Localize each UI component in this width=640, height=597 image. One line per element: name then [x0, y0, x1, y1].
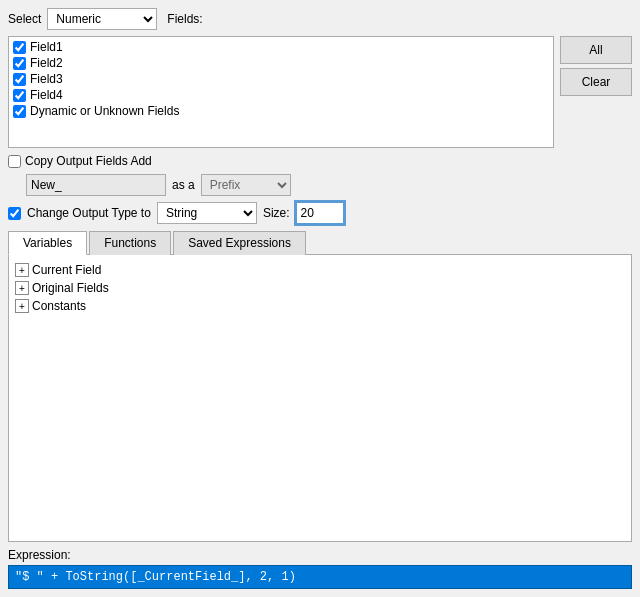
tab-content-variables: + Current Field + Original Fields + Cons…: [8, 255, 632, 542]
field1-checkbox[interactable]: [13, 41, 26, 54]
main-container: Select Numeric Fields: Field1 Field2 Fie…: [0, 0, 640, 597]
tree-item-constants: + Constants: [15, 297, 625, 315]
dynamic-fields-checkbox[interactable]: [13, 105, 26, 118]
expander-current-field[interactable]: +: [15, 263, 29, 277]
tab-saved-expressions-label: Saved Expressions: [188, 236, 291, 250]
select-label: Select: [8, 12, 41, 26]
field4-checkbox[interactable]: [13, 89, 26, 102]
field2-checkbox[interactable]: [13, 57, 26, 70]
output-type-select[interactable]: String Numeric Date: [157, 202, 257, 224]
expression-label: Expression:: [8, 548, 632, 562]
select-dropdown[interactable]: Numeric: [47, 8, 157, 30]
copy-output-checkbox[interactable]: [8, 155, 21, 168]
output-type-row: Change Output Type to String Numeric Dat…: [8, 202, 632, 224]
copy-output-row: Copy Output Fields Add: [8, 154, 632, 168]
field1-label: Field1: [30, 40, 63, 54]
clear-button[interactable]: Clear: [560, 68, 632, 96]
output-type-label: Change Output Type to: [27, 206, 151, 220]
expression-box[interactable]: "$ " + ToString([_CurrentField_], 2, 1): [8, 565, 632, 589]
copy-output-label: Copy Output Fields Add: [25, 154, 152, 168]
new-prefix-input[interactable]: New_: [26, 174, 166, 196]
prefix-row: New_ as a Prefix Suffix: [8, 174, 632, 196]
dynamic-fields-label: Dynamic or Unknown Fields: [30, 104, 179, 118]
list-item: Field1: [13, 39, 549, 55]
fields-list[interactable]: Field1 Field2 Field3 Field4 Dynamic or U…: [9, 37, 553, 147]
tab-saved-expressions[interactable]: Saved Expressions: [173, 231, 306, 255]
tab-functions[interactable]: Functions: [89, 231, 171, 255]
list-item: Field4: [13, 87, 549, 103]
field3-checkbox[interactable]: [13, 73, 26, 86]
expander-original-fields[interactable]: +: [15, 281, 29, 295]
tab-variables[interactable]: Variables: [8, 231, 87, 255]
size-input[interactable]: [296, 202, 344, 224]
tabs-header: Variables Functions Saved Expressions: [8, 230, 632, 255]
output-type-checkbox[interactable]: [8, 207, 21, 220]
expander-constants[interactable]: +: [15, 299, 29, 313]
field4-label: Field4: [30, 88, 63, 102]
fields-list-container: Field1 Field2 Field3 Field4 Dynamic or U…: [8, 36, 554, 148]
current-field-label: Current Field: [32, 263, 101, 277]
as-a-label: as a: [172, 178, 195, 192]
constants-label: Constants: [32, 299, 86, 313]
prefix-select[interactable]: Prefix Suffix: [201, 174, 291, 196]
tree-item-original-fields: + Original Fields: [15, 279, 625, 297]
list-item: Field2: [13, 55, 549, 71]
size-label: Size:: [263, 206, 290, 220]
fields-label: Fields:: [167, 12, 202, 26]
list-item: Dynamic or Unknown Fields: [13, 103, 549, 119]
expression-section: Expression: "$ " + ToString([_CurrentFie…: [8, 548, 632, 589]
list-item: Field3: [13, 71, 549, 87]
select-row: Select Numeric Fields:: [8, 8, 632, 30]
buttons-col: All Clear: [560, 36, 632, 148]
tab-functions-label: Functions: [104, 236, 156, 250]
tabs-container: Variables Functions Saved Expressions + …: [8, 230, 632, 542]
original-fields-label: Original Fields: [32, 281, 109, 295]
field2-label: Field2: [30, 56, 63, 70]
all-button[interactable]: All: [560, 36, 632, 64]
tab-variables-label: Variables: [23, 236, 72, 250]
field3-label: Field3: [30, 72, 63, 86]
tree-item-current-field: + Current Field: [15, 261, 625, 279]
fields-area: Field1 Field2 Field3 Field4 Dynamic or U…: [8, 36, 632, 148]
